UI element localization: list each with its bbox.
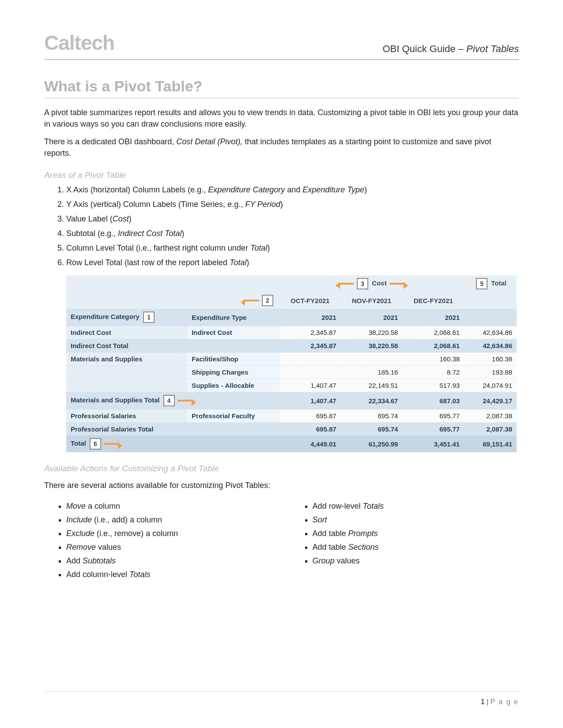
cell-category — [66, 379, 187, 392]
cell-value: 160.38 — [402, 353, 464, 366]
month-0: OCT-FY2021 — [280, 292, 341, 309]
cell-value: 193.88 — [464, 366, 517, 379]
callout-4: 4 — [162, 395, 193, 406]
callout-2: 2 — [244, 295, 275, 306]
cell-value: 185.16 — [341, 366, 403, 379]
callout-6: 6 — [88, 438, 119, 450]
action-item: Move a column — [66, 502, 273, 511]
pivot-row: Materials and Supplies Total 41,407.4722… — [66, 392, 517, 409]
area-item-2: Y Axis (vertical) Column Labels (Time Se… — [66, 200, 519, 209]
cell-value: 2,087.38 — [464, 409, 517, 423]
cell-value: 38,220.58 — [341, 339, 403, 353]
cell-type: Professorial Faculty — [187, 409, 280, 423]
cell-value: 160.38 — [464, 353, 517, 366]
action-item: Exclude (i.e., remove) a column — [66, 529, 273, 538]
cell-value: 69,151.41 — [464, 435, 517, 452]
measure-label: Cost — [372, 279, 386, 287]
cell-value: 22,149.51 — [341, 379, 403, 392]
page-footer: 1 | P a g e — [481, 698, 519, 706]
intro-para-1: A pivot table summarizes report results … — [44, 107, 519, 130]
cell-category — [66, 366, 187, 379]
callout-1: 1 — [141, 311, 156, 323]
month-2: DEC-FY2021 — [402, 292, 464, 309]
actions-intro: There are several actions available for … — [44, 480, 519, 491]
cell-value: 695.74 — [341, 423, 403, 436]
pivot-row: Total 64,449.0161,250.993,451.4169,151.4… — [66, 435, 517, 452]
cell-value: 8.72 — [402, 366, 464, 379]
year-1: 2021 — [341, 309, 403, 326]
pivot-header-column-labels-row: Expenditure Category 1 Expenditure Type … — [66, 309, 517, 326]
pivot-row: Indirect CostIndirect Cost2,345.8738,220… — [66, 326, 517, 339]
cell-type: Shipping Charges — [187, 366, 280, 379]
action-item: Remove values — [66, 543, 273, 552]
cell-value: 695.77 — [402, 423, 464, 436]
cell-type: Indirect Cost — [187, 326, 280, 339]
cell-value: 22,334.67 — [341, 392, 403, 409]
brand-logo: Caltech — [44, 31, 114, 55]
action-item: Add row-level Totals — [313, 502, 519, 511]
p2-b: Cost Detail (Pivot), — [176, 137, 242, 146]
actions-list-right: Add row-level TotalsSortAdd table Prompt… — [304, 502, 519, 566]
page-header: Caltech OBI Quick Guide – Pivot Tables — [44, 31, 519, 60]
actions-heading: Available Actions for Customizing a Pivo… — [44, 464, 519, 473]
doc-title-b: Pivot Tables — [466, 43, 519, 54]
action-item: Add column-level Totals — [66, 570, 273, 579]
cell-value: 517.93 — [402, 379, 464, 392]
pivot-header-measure-row: 3 Cost 5 Total — [66, 275, 517, 292]
row-grand-total-label: Total 6 — [66, 435, 280, 452]
year-2: 2021 — [402, 309, 464, 326]
cell-value: 1,407.47 — [280, 392, 341, 409]
total-column-label: Total — [491, 279, 506, 287]
month-1: NOV-FY2021 — [341, 292, 403, 309]
action-item: Add table Sections — [313, 543, 519, 552]
page-word: P a g e — [491, 698, 519, 705]
row-subtotal-label: Materials and Supplies Total 4 — [66, 392, 280, 409]
cell-value: 1,407.47 — [280, 379, 341, 392]
row-subtotal-label: Professorial Salaries Total — [66, 423, 280, 436]
pivot-row: Materials and SuppliesFacilities/Shop160… — [66, 353, 517, 366]
pivot-row: Supplies - Allocable1,407.4722,149.51517… — [66, 379, 517, 392]
pivot-table: 3 Cost 5 Total 2 OCT-FY2021 NOV-FY2021 D… — [66, 275, 517, 452]
cell-value: 38,220.58 — [341, 326, 403, 339]
cell-value: 42,634.86 — [464, 339, 517, 353]
cell-value — [341, 353, 403, 366]
cell-value: 687.03 — [402, 392, 464, 409]
cell-value: 2,068.61 — [402, 326, 464, 339]
cell-value: 24,074.91 — [464, 379, 517, 392]
area-item-5: Column Level Total (i.e., farthest right… — [66, 244, 519, 253]
cell-value — [280, 353, 341, 366]
action-item: Include (i.e., add) a column — [66, 515, 273, 525]
cell-value: 42,634.86 — [464, 326, 517, 339]
actions-list-left: Move a columnInclude (i.e., add) a colum… — [57, 502, 273, 579]
pivot-table-figure: 3 Cost 5 Total 2 OCT-FY2021 NOV-FY2021 D… — [66, 275, 517, 452]
actions-columns: Move a columnInclude (i.e., add) a colum… — [44, 497, 519, 584]
cell-category: Indirect Cost — [66, 326, 187, 339]
areas-heading: Areas of a Pivot Table — [44, 170, 519, 180]
action-item: Add Subtotals — [66, 556, 273, 566]
pivot-row: Professorial SalariesProfessorial Facult… — [66, 409, 517, 423]
action-item: Add table Prompts — [313, 529, 519, 538]
cell-type: Facilities/Shop — [187, 353, 280, 366]
action-item: Group values — [313, 556, 519, 566]
cell-value: 4,449.01 — [280, 435, 341, 452]
doc-title: OBI Quick Guide – Pivot Tables — [382, 43, 519, 55]
footer-rule — [44, 691, 519, 692]
cell-value: 695.87 — [280, 423, 341, 436]
cell-value: 3,451.41 — [402, 435, 464, 452]
action-item: Sort — [313, 515, 519, 525]
area-item-3: Value Label (Cost) — [66, 214, 519, 224]
col-header-category: Expenditure Category 1 — [66, 309, 187, 326]
cell-type: Supplies - Allocable — [187, 379, 280, 392]
area-item-6: Row Level Total (last row of the report … — [66, 258, 519, 267]
areas-list: X Axis (horizontal) Column Labels (e.g.,… — [66, 185, 519, 267]
cell-value: 61,250.99 — [341, 435, 403, 452]
cell-value: 2,345.87 — [280, 326, 341, 339]
row-subtotal-label: Indirect Cost Total — [66, 339, 280, 353]
pivot-row: Shipping Charges185.168.72193.88 — [66, 366, 517, 379]
callout-3: 3 — [339, 278, 370, 289]
intro-para-2: There is a dedicated OBI dashboard, Cost… — [44, 136, 519, 159]
cell-value: 2,345.87 — [280, 339, 341, 353]
cell-category: Professorial Salaries — [66, 409, 187, 423]
cell-value: 2,087.38 — [464, 423, 517, 436]
cell-value — [280, 366, 341, 379]
